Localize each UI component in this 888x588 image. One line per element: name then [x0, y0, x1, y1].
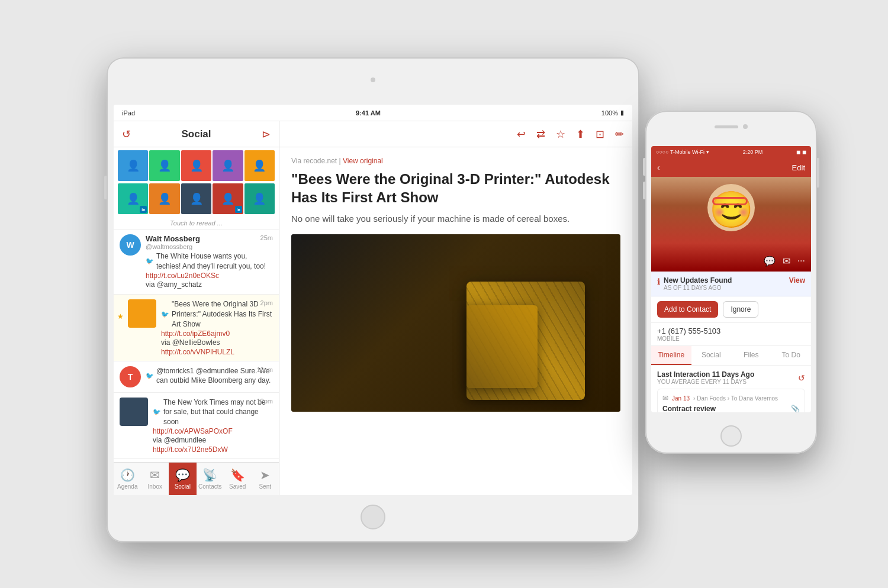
- ignore-button[interactable]: Ignore: [723, 301, 758, 318]
- tweet-item-2[interactable]: ★ 🐦 "Bees Were the Original 3D Printers:…: [114, 295, 279, 361]
- iphone-home-button[interactable]: [720, 425, 742, 447]
- star-icon[interactable]: ☆: [556, 128, 565, 141]
- tweet-link3-2[interactable]: http://t.co/vVNPlHULZL: [161, 348, 273, 356]
- phone-label: MOBILE: [657, 335, 805, 342]
- contact-photo: 😊 💬 ✉ ···: [651, 177, 811, 272]
- tweets-list: W Walt Mossberg @waltmossberg 🐦 The Whit…: [114, 230, 279, 462]
- twitter-icon-2: 🐦: [161, 311, 169, 318]
- iphone-speaker: [715, 125, 738, 128]
- nav-agenda[interactable]: 🕐 Agenda: [114, 463, 141, 495]
- avatar-3[interactable]: 👤: [181, 150, 211, 181]
- update-text: New Updates Found AS OF 11 DAYS AGO: [664, 276, 786, 291]
- saved-label: Saved: [229, 483, 246, 490]
- nav-sent[interactable]: ➤ Sent: [252, 463, 279, 495]
- reader-article-image: [291, 234, 620, 412]
- tweet-link-1[interactable]: http://t.co/Lu2n0eOKSc: [146, 272, 273, 280]
- email-date: Jan 13: [672, 395, 690, 402]
- tweet-link-2[interactable]: http://t.co/ipZE6ajmv0: [161, 329, 273, 338]
- avatar-8[interactable]: 👤: [181, 183, 211, 214]
- update-view-link[interactable]: View: [789, 276, 805, 285]
- contacts-icon: 📡: [202, 468, 217, 482]
- ipad-battery-pct: 100%: [601, 109, 618, 117]
- timeline-refresh-icon[interactable]: ↺: [798, 373, 805, 383]
- email-header: ✉ Jan 13 › Dan Foods › To Dana Varemos: [662, 394, 800, 402]
- iphone-edit-button[interactable]: Edit: [792, 163, 805, 172]
- contacts-label: Contacts: [198, 483, 221, 490]
- tweet-thumb-4: [120, 398, 148, 426]
- ipad-sidebar-header: ↺ Social ⊳: [114, 121, 279, 147]
- avatar-7[interactable]: 👤: [149, 183, 179, 214]
- reader-view-original[interactable]: View original: [343, 157, 383, 165]
- nav-saved[interactable]: 🔖 Saved: [224, 463, 252, 495]
- back-chevron-icon: ‹: [657, 163, 660, 172]
- tweet-via-4: via @edmundlee: [153, 435, 273, 445]
- tweet-body-2: 🐦 "Bees Were the Original 3D Printers:" …: [161, 299, 273, 356]
- tweet-time-3: 12pm: [256, 366, 273, 373]
- last-interaction-sub: YOU AVERAGE EVERY 11 DAYS: [657, 379, 754, 385]
- tweet-item-1[interactable]: W Walt Mossberg @waltmossberg 🐦 The Whit…: [114, 230, 279, 295]
- iphone-cam-dot: [743, 124, 748, 129]
- refresh-icon[interactable]: ↺: [122, 128, 131, 141]
- message-icon[interactable]: 💬: [764, 256, 776, 267]
- share-icon[interactable]: ⬆: [576, 128, 585, 141]
- compose-icon[interactable]: ✏: [615, 128, 624, 141]
- inbox-label: Inbox: [148, 483, 162, 490]
- tab-social[interactable]: Social: [691, 346, 732, 365]
- photo-actions: 💬 ✉ ···: [764, 256, 805, 267]
- iphone-statusbar: ○○○○ T-Mobile Wi-Fi ▾ 2:20 PM ◼ ◼: [651, 146, 811, 158]
- add-to-contact-button[interactable]: Add to Contact: [657, 301, 718, 318]
- avatar-4[interactable]: 👤: [213, 150, 243, 181]
- retweet-icon[interactable]: ⇄: [536, 128, 545, 141]
- email-subject: Contract review: [662, 405, 716, 412]
- tweet-link3-4[interactable]: http://t.co/x7U2ne5DxW: [153, 445, 273, 454]
- nav-contacts[interactable]: 📡 Contacts: [197, 463, 224, 495]
- update-banner: ℹ New Updates Found AS OF 11 DAYS AGO Vi…: [651, 272, 811, 296]
- sent-label: Sent: [259, 483, 271, 490]
- last-interaction-row: Last Interaction 11 Days Ago YOU AVERAGE…: [657, 370, 805, 385]
- ipad-reader: ↩ ⇄ ☆ ⬆ ⊡ ✏ Via recode.net | View origin…: [279, 121, 632, 495]
- tweet-via-2: via @NellieBowles: [161, 338, 273, 348]
- avatar-9[interactable]: 👤in: [213, 183, 243, 214]
- contact-tabs: Timeline Social Files To Do: [651, 346, 811, 366]
- phone-number: +1 (617) 555-5103: [657, 327, 805, 335]
- avatar-5[interactable]: 👤: [244, 150, 275, 181]
- timeline-content: Last Interaction 11 Days Ago YOU AVERAGE…: [651, 366, 811, 412]
- avatar-2[interactable]: 👤: [149, 150, 179, 181]
- archive-icon[interactable]: ⊡: [596, 128, 604, 141]
- nav-social[interactable]: 💬 Social: [169, 463, 197, 495]
- avatar-1[interactable]: 👤: [118, 150, 148, 181]
- iphone-contact-header: ‹ Edit: [651, 158, 811, 177]
- tab-timeline[interactable]: Timeline: [651, 346, 691, 365]
- tweet-item-3[interactable]: T 🐦 @tomricks1 @edmundlee Sure. We can o…: [114, 361, 279, 393]
- tab-files[interactable]: Files: [731, 346, 771, 365]
- more-icon[interactable]: ···: [797, 256, 805, 267]
- tweet-icon-row-2: 🐦 "Bees Were the Original 3D Printers:" …: [161, 299, 273, 329]
- social-label: Social: [175, 483, 191, 490]
- ipad-bottom-nav: 🕐 Agenda ✉ Inbox 💬 Social 📡: [114, 462, 279, 495]
- tab-todo[interactable]: To Do: [771, 346, 812, 365]
- tweet-body-3: 🐦 @tomricks1 @edmundlee Sure. We can out…: [146, 366, 273, 387]
- reader-content: Via recode.net | View original "Bees Wer…: [279, 147, 632, 495]
- twitter-icon-1: 🐦: [146, 257, 154, 265]
- reply-icon[interactable]: ↩: [517, 128, 526, 141]
- filter-icon[interactable]: ⊳: [262, 128, 271, 141]
- tweet-item-5[interactable]: H 🐦 How the No. 1 app @triviacrack crack…: [114, 459, 279, 462]
- nav-inbox[interactable]: ✉ Inbox: [141, 463, 169, 495]
- ipad-statusbar: iPad 9:41 AM 100% ▮: [114, 105, 632, 121]
- iphone-back-button[interactable]: ‹: [657, 163, 660, 172]
- tweet-icon-row-3: 🐦 @tomricks1 @edmundlee Sure. We can out…: [146, 366, 273, 386]
- tweet-text-2: "Bees Were the Original 3D Printers:" Au…: [172, 299, 273, 329]
- tweet-item-4[interactable]: 🐦 The New York Times may not be for sale…: [114, 393, 279, 459]
- avatar-6[interactable]: 👤in: [118, 183, 148, 214]
- tweet-text-3: @tomricks1 @edmundlee Sure. We can outbi…: [156, 366, 273, 386]
- tweet-link-4[interactable]: http://t.co/APWSaPOxOF: [153, 427, 273, 435]
- avatar-10[interactable]: 👤: [244, 183, 275, 214]
- ipad-screen: iPad 9:41 AM 100% ▮ ↺ Social ⊳: [114, 105, 632, 495]
- ipad-side-button: [104, 176, 107, 199]
- ipad-home-button[interactable]: [361, 505, 385, 529]
- email-action-icon[interactable]: ✉: [783, 256, 790, 267]
- inbox-icon: ✉: [150, 468, 160, 482]
- email-item[interactable]: ✉ Jan 13 › Dan Foods › To Dana Varemos C…: [657, 389, 805, 412]
- email-route: › Dan Foods › To Dana Varemos: [693, 395, 778, 402]
- agenda-label: Agenda: [117, 483, 137, 490]
